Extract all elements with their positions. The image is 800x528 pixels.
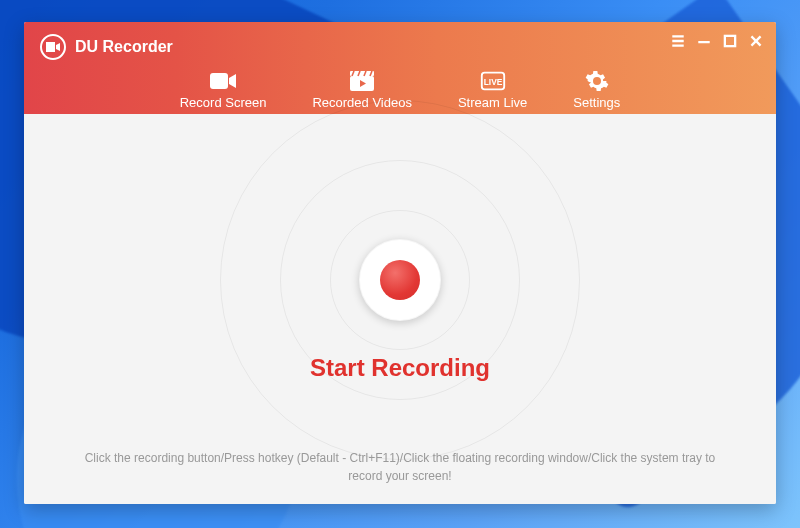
minimize-button[interactable]	[696, 33, 712, 49]
record-icon	[380, 260, 420, 300]
start-recording-label: Start Recording	[24, 354, 776, 382]
svg-point-16	[594, 78, 600, 84]
tab-record-screen[interactable]: Record Screen	[180, 70, 267, 110]
start-recording-button[interactable]	[359, 239, 441, 321]
window-controls	[670, 33, 764, 49]
instructions-text: Click the recording button/Press hotkey …	[74, 449, 726, 485]
app-window: DU Recorder Record Screen	[24, 22, 776, 504]
svg-rect-4	[725, 36, 735, 46]
brand: DU Recorder	[24, 22, 189, 72]
main-content: Start Recording Click the recording butt…	[24, 114, 776, 504]
tab-stream-live[interactable]: LIVE Stream Live	[458, 70, 527, 110]
live-icon: LIVE	[479, 70, 507, 92]
menu-button[interactable]	[670, 33, 686, 49]
tab-label: Stream Live	[458, 95, 527, 110]
gear-icon	[583, 70, 611, 92]
svg-rect-7	[210, 73, 228, 89]
nav-tabs: Record Screen Recorded Videos LIVE Strea…	[24, 70, 776, 110]
clapper-play-icon	[348, 70, 376, 92]
close-button[interactable]	[748, 33, 764, 49]
app-logo-icon	[40, 34, 66, 60]
tab-label: Record Screen	[180, 95, 267, 110]
tab-recorded-videos[interactable]: Recorded Videos	[312, 70, 412, 110]
tab-settings[interactable]: Settings	[573, 70, 620, 110]
tab-label: Settings	[573, 95, 620, 110]
tab-label: Recorded Videos	[312, 95, 412, 110]
camera-icon	[209, 70, 237, 92]
header: DU Recorder Record Screen	[24, 22, 776, 114]
maximize-button[interactable]	[722, 33, 738, 49]
svg-text:LIVE: LIVE	[483, 77, 502, 87]
app-title: DU Recorder	[75, 38, 173, 56]
